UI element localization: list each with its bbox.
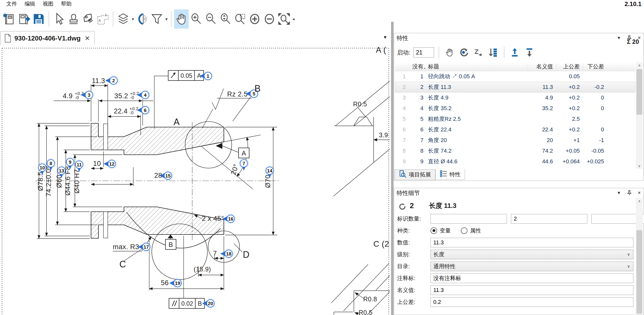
- increase-button[interactable]: [247, 9, 262, 29]
- select-cursor-button[interactable]: [52, 9, 66, 29]
- panel-collapse-icon[interactable]: ▼: [617, 190, 621, 195]
- dimension-12: 10: [93, 160, 101, 167]
- row-index: 3: [395, 94, 410, 101]
- balloon-6[interactable]: 6: [137, 105, 150, 115]
- document-tab[interactable]: 930-1200-406-V1.dwg ✕: [1, 31, 95, 45]
- zoom-vertical-button[interactable]: [218, 9, 233, 29]
- col-header-lower[interactable]: 下公差: [583, 63, 607, 70]
- panel-collapse-icon[interactable]: ▼: [617, 35, 621, 41]
- field-row-7: 名义值:: [397, 285, 633, 295]
- tab-close-icon[interactable]: ✕: [85, 35, 90, 42]
- dimension-11: Ø40 H7: [73, 169, 81, 193]
- tab-list-menu-icon[interactable]: ▼: [383, 35, 387, 40]
- row-lower-tol: 0: [583, 126, 607, 133]
- pick-hand-icon[interactable]: [444, 47, 455, 58]
- menu-item-3[interactable]: 视图: [39, 0, 57, 8]
- scroll-down-icon[interactable]: ∨: [636, 163, 643, 169]
- balloon-7[interactable]: 7: [239, 159, 249, 171]
- open-document-button[interactable]: [17, 9, 31, 29]
- text-field[interactable]: [431, 238, 633, 247]
- drawing-canvas[interactable]: 0.05A111.324.9+0.2-0335.2+0.2-04Rz 2.552…: [0, 45, 390, 315]
- col-header-nominal[interactable]: 名义值: [528, 63, 556, 70]
- table-scrollbar[interactable]: ∧ ∨: [636, 62, 643, 169]
- menu-item-1[interactable]: 文件: [3, 0, 21, 8]
- panel-tab-characteristics[interactable]: 特性: [435, 169, 465, 180]
- text-field[interactable]: [431, 273, 633, 283]
- move-up-icon[interactable]: [509, 47, 521, 58]
- select-field[interactable]: 通用特性∨: [431, 262, 633, 271]
- table-row[interactable]: 99直径 Ø 44.644.6+0.064+0.025: [395, 156, 635, 167]
- save-button[interactable]: [31, 9, 46, 29]
- new-document-button[interactable]: [2, 9, 17, 29]
- svg-text:8: 8: [50, 161, 52, 166]
- svg-text:Z: Z: [475, 48, 479, 55]
- zoom-in-button[interactable]: [189, 9, 203, 29]
- document-icon: [4, 34, 11, 43]
- filter-dropdown-caret[interactable]: ▼: [165, 17, 168, 21]
- panel-splitter[interactable]: [391, 22, 394, 315]
- balloon-12[interactable]: 12: [103, 159, 117, 169]
- table-row[interactable]: 66长度 22.422.4+0.20: [395, 124, 635, 135]
- scroll-up-icon[interactable]: ∧: [636, 198, 643, 204]
- text-field[interactable]: [431, 297, 633, 307]
- toolbar-separator: [171, 11, 171, 27]
- radio-selected[interactable]: [431, 227, 437, 234]
- table-row[interactable]: 55粗糙度Rz 2.52.5: [395, 114, 635, 124]
- col-header-no[interactable]: 没有。: [410, 63, 425, 70]
- row-no: 7: [410, 137, 425, 144]
- field-label: 标识数量:: [397, 215, 431, 223]
- svg-text:10: 10: [39, 165, 45, 170]
- collapse-toolbar-icon[interactable]: ◂: [292, 16, 295, 22]
- col-header-title[interactable]: 标题: [425, 63, 528, 70]
- table-row[interactable]: 33长度 4.94.9+0.20: [395, 92, 635, 103]
- table-row[interactable]: 22长度 11.311.3+0.2-0.2: [395, 82, 635, 92]
- kind-radio-group: 变量属性: [431, 227, 489, 234]
- zoom-out-button[interactable]: [203, 9, 218, 29]
- partial-region-button[interactable]: 1 A: [96, 9, 110, 29]
- detail-fragments: [331, 81, 390, 315]
- balloon-2[interactable]: 2: [105, 76, 118, 85]
- details-scrollbar[interactable]: ∧: [636, 198, 643, 314]
- id-count-input-2[interactable]: [511, 214, 587, 224]
- zoom-fit-button[interactable]: [277, 9, 291, 29]
- mirror-button[interactable]: [135, 9, 149, 29]
- filter-button[interactable]: [149, 9, 164, 29]
- table-row[interactable]: 88长度 74.274.2+0.05-0.05: [395, 146, 635, 156]
- move-down-icon[interactable]: [524, 47, 535, 58]
- layers-button[interactable]: [116, 9, 131, 29]
- svg-text:6: 6: [144, 108, 147, 113]
- panel-tab-project-expand[interactable]: 项目拓展: [395, 169, 435, 180]
- table-row[interactable]: 77角度 2020+1-1: [395, 135, 635, 146]
- characteristics-list-icon: [440, 170, 447, 179]
- svg-text:0.02: 0.02: [181, 300, 193, 307]
- decrease-button[interactable]: [262, 9, 277, 29]
- select-field[interactable]: 长度∨: [431, 250, 633, 259]
- balloon-16[interactable]: 16: [222, 214, 235, 224]
- list-order-icon[interactable]: [488, 47, 499, 58]
- drawing-label: B: [254, 83, 261, 94]
- radio-unselected[interactable]: [461, 227, 467, 234]
- renumber-rotate-icon[interactable]: [458, 47, 470, 58]
- start-number-input[interactable]: [413, 47, 434, 57]
- panel-close-icon[interactable]: ✕: [638, 190, 641, 195]
- menu-item-2[interactable]: 编辑: [21, 0, 39, 8]
- table-row[interactable]: 44长度 35.235.2+0.20: [395, 103, 635, 114]
- characteristics-sum: Σ 20: [627, 38, 639, 45]
- zoom-window-button[interactable]: [233, 9, 247, 29]
- stamp-button[interactable]: [66, 9, 81, 29]
- row-no: 9: [410, 158, 425, 165]
- tag-button[interactable]: [81, 9, 96, 29]
- balloon-18[interactable]: 18: [220, 249, 233, 259]
- id-count-input-1[interactable]: [431, 214, 507, 224]
- menu-item-4[interactable]: 帮助: [57, 0, 75, 8]
- col-header-upper[interactable]: 上公差: [556, 63, 583, 70]
- table-row[interactable]: 11径向跳动 ↗ 0.05 A0.05: [395, 71, 635, 82]
- scroll-up-icon[interactable]: ∧: [636, 62, 643, 68]
- row-nominal: 22.4: [528, 126, 556, 133]
- svg-text:19: 19: [175, 281, 180, 286]
- z-order-icon[interactable]: Z: [473, 47, 485, 58]
- panel-pin-icon[interactable]: [627, 190, 632, 195]
- text-field[interactable]: [431, 285, 633, 295]
- layers-dropdown-caret[interactable]: ▼: [131, 17, 135, 21]
- pan-hand-button[interactable]: [174, 9, 189, 29]
